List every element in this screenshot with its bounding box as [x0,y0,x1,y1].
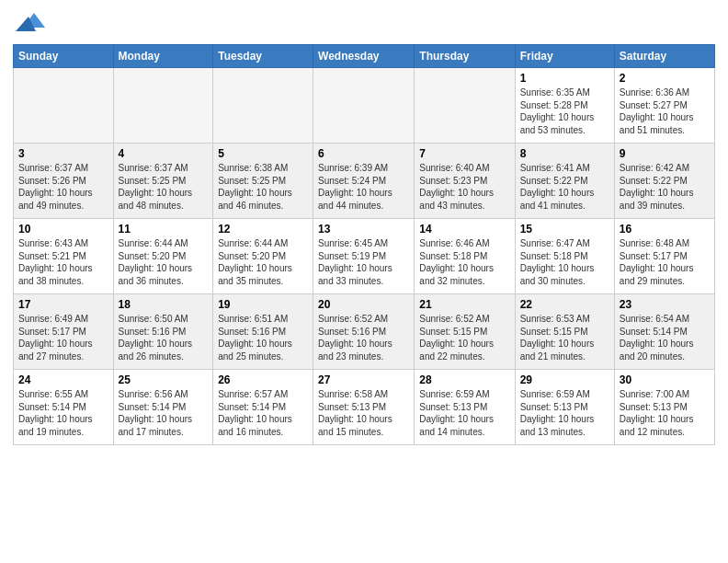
day-info: Sunrise: 6:46 AM Sunset: 5:18 PM Dayligh… [419,237,509,287]
day-number: 10 [18,223,108,236]
day-info: Sunrise: 6:42 AM Sunset: 5:22 PM Dayligh… [620,162,710,212]
calendar-week-row: 24Sunrise: 6:55 AM Sunset: 5:14 PM Dayli… [14,370,715,445]
calendar-cell [415,68,515,144]
day-number: 25 [119,373,209,386]
page: SundayMondayTuesdayWednesdayThursdayFrid… [0,0,728,454]
calendar-cell: 2Sunrise: 6:36 AM Sunset: 5:27 PM Daylig… [614,68,714,144]
day-number: 3 [18,147,108,160]
day-info: Sunrise: 6:49 AM Sunset: 5:17 PM Dayligh… [18,313,108,362]
calendar-cell: 5Sunrise: 6:38 AM Sunset: 5:25 PM Daylig… [213,144,313,219]
calendar-cell: 12Sunrise: 6:44 AM Sunset: 5:20 PM Dayli… [213,219,313,294]
calendar: SundayMondayTuesdayWednesdayThursdayFrid… [13,44,715,445]
day-number: 4 [119,147,209,160]
day-info: Sunrise: 6:54 AM Sunset: 5:14 PM Dayligh… [620,313,710,362]
calendar-cell: 4Sunrise: 6:37 AM Sunset: 5:25 PM Daylig… [113,144,213,219]
calendar-cell: 3Sunrise: 6:37 AM Sunset: 5:26 PM Daylig… [14,144,114,219]
calendar-cell: 21Sunrise: 6:52 AM Sunset: 5:15 PM Dayli… [415,294,515,370]
day-info: Sunrise: 6:58 AM Sunset: 5:13 PM Dayligh… [318,388,409,438]
calendar-cell: 9Sunrise: 6:42 AM Sunset: 5:22 PM Daylig… [614,144,714,219]
calendar-cell: 7Sunrise: 6:40 AM Sunset: 5:23 PM Daylig… [415,144,515,219]
day-number: 29 [520,373,609,386]
calendar-cell: 16Sunrise: 6:48 AM Sunset: 5:17 PM Dayli… [614,219,714,294]
day-number: 26 [218,373,308,386]
day-info: Sunrise: 6:39 AM Sunset: 5:24 PM Dayligh… [318,162,409,212]
day-info: Sunrise: 6:57 AM Sunset: 5:14 PM Dayligh… [218,388,308,438]
day-info: Sunrise: 7:00 AM Sunset: 5:13 PM Dayligh… [620,388,710,438]
calendar-header-tuesday: Tuesday [213,45,313,68]
header [13,9,715,39]
calendar-cell: 19Sunrise: 6:51 AM Sunset: 5:16 PM Dayli… [213,294,313,370]
calendar-week-row: 10Sunrise: 6:43 AM Sunset: 5:21 PM Dayli… [14,219,715,294]
day-info: Sunrise: 6:36 AM Sunset: 5:27 PM Dayligh… [620,86,710,136]
day-number: 20 [318,298,409,311]
day-info: Sunrise: 6:40 AM Sunset: 5:23 PM Dayligh… [419,162,509,212]
day-number: 2 [620,72,710,85]
day-info: Sunrise: 6:38 AM Sunset: 5:25 PM Dayligh… [218,162,308,212]
calendar-week-row: 17Sunrise: 6:49 AM Sunset: 5:17 PM Dayli… [14,294,715,370]
calendar-header-row: SundayMondayTuesdayWednesdayThursdayFrid… [14,45,715,68]
day-number: 13 [318,223,409,236]
day-number: 7 [419,147,509,160]
calendar-cell: 10Sunrise: 6:43 AM Sunset: 5:21 PM Dayli… [14,219,114,294]
day-number: 8 [520,147,609,160]
calendar-cell: 23Sunrise: 6:54 AM Sunset: 5:14 PM Dayli… [614,294,714,370]
day-number: 24 [18,373,108,386]
day-number: 5 [218,147,308,160]
calendar-cell: 15Sunrise: 6:47 AM Sunset: 5:18 PM Dayli… [515,219,614,294]
logo-icon [16,9,45,39]
day-info: Sunrise: 6:56 AM Sunset: 5:14 PM Dayligh… [119,388,209,438]
logo-text [13,13,45,39]
day-number: 9 [620,147,710,160]
day-info: Sunrise: 6:35 AM Sunset: 5:28 PM Dayligh… [520,86,609,136]
calendar-cell: 29Sunrise: 6:59 AM Sunset: 5:13 PM Dayli… [515,370,614,445]
day-number: 15 [520,223,609,236]
day-number: 1 [520,72,609,85]
calendar-cell: 30Sunrise: 7:00 AM Sunset: 5:13 PM Dayli… [614,370,714,445]
day-info: Sunrise: 6:37 AM Sunset: 5:26 PM Dayligh… [18,162,108,212]
day-number: 14 [419,223,509,236]
day-number: 16 [620,223,710,236]
day-number: 17 [18,298,108,311]
calendar-cell [213,68,313,144]
calendar-cell [14,68,114,144]
day-info: Sunrise: 6:43 AM Sunset: 5:21 PM Dayligh… [18,237,108,287]
day-info: Sunrise: 6:50 AM Sunset: 5:16 PM Dayligh… [119,313,209,362]
calendar-cell: 25Sunrise: 6:56 AM Sunset: 5:14 PM Dayli… [113,370,213,445]
calendar-header-monday: Monday [113,45,213,68]
calendar-cell: 8Sunrise: 6:41 AM Sunset: 5:22 PM Daylig… [515,144,614,219]
calendar-cell: 18Sunrise: 6:50 AM Sunset: 5:16 PM Dayli… [113,294,213,370]
day-info: Sunrise: 6:45 AM Sunset: 5:19 PM Dayligh… [318,237,409,287]
day-number: 11 [119,223,209,236]
calendar-header-wednesday: Wednesday [313,45,415,68]
calendar-cell: 27Sunrise: 6:58 AM Sunset: 5:13 PM Dayli… [313,370,415,445]
day-info: Sunrise: 6:55 AM Sunset: 5:14 PM Dayligh… [18,388,108,438]
day-info: Sunrise: 6:44 AM Sunset: 5:20 PM Dayligh… [119,237,209,287]
day-info: Sunrise: 6:47 AM Sunset: 5:18 PM Dayligh… [520,237,609,287]
calendar-header-thursday: Thursday [415,45,515,68]
day-number: 19 [218,298,308,311]
calendar-header-friday: Friday [515,45,614,68]
day-info: Sunrise: 6:53 AM Sunset: 5:15 PM Dayligh… [520,313,609,362]
day-number: 22 [520,298,609,311]
day-number: 27 [318,373,409,386]
day-number: 23 [620,298,710,311]
calendar-cell: 22Sunrise: 6:53 AM Sunset: 5:15 PM Dayli… [515,294,614,370]
calendar-week-row: 3Sunrise: 6:37 AM Sunset: 5:26 PM Daylig… [14,144,715,219]
calendar-cell [113,68,213,144]
day-info: Sunrise: 6:48 AM Sunset: 5:17 PM Dayligh… [620,237,710,287]
day-info: Sunrise: 6:51 AM Sunset: 5:16 PM Dayligh… [218,313,308,362]
calendar-cell [313,68,415,144]
day-number: 28 [419,373,509,386]
day-number: 21 [419,298,509,311]
calendar-cell: 17Sunrise: 6:49 AM Sunset: 5:17 PM Dayli… [14,294,114,370]
calendar-cell: 14Sunrise: 6:46 AM Sunset: 5:18 PM Dayli… [415,219,515,294]
day-info: Sunrise: 6:41 AM Sunset: 5:22 PM Dayligh… [520,162,609,212]
day-info: Sunrise: 6:52 AM Sunset: 5:15 PM Dayligh… [419,313,509,362]
calendar-header-sunday: Sunday [14,45,114,68]
calendar-cell: 1Sunrise: 6:35 AM Sunset: 5:28 PM Daylig… [515,68,614,144]
calendar-week-row: 1Sunrise: 6:35 AM Sunset: 5:28 PM Daylig… [14,68,715,144]
day-number: 18 [119,298,209,311]
day-number: 6 [318,147,409,160]
calendar-cell: 13Sunrise: 6:45 AM Sunset: 5:19 PM Dayli… [313,219,415,294]
day-number: 30 [620,373,710,386]
